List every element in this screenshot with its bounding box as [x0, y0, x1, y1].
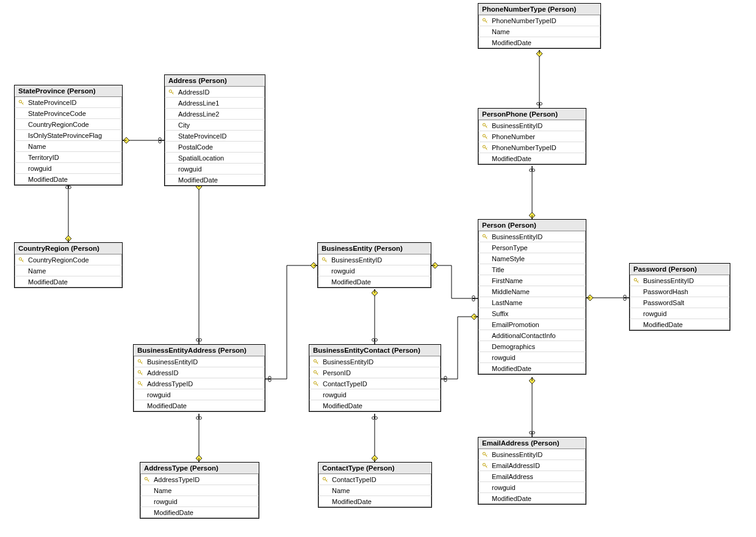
table-column[interactable]: Name	[478, 26, 600, 37]
table-header[interactable]: Person (Person)	[478, 220, 586, 231]
table-header[interactable]: StateProvince (Person)	[15, 85, 122, 97]
table-column[interactable]: rowguid	[15, 163, 122, 174]
table-column[interactable]: TerritoryID	[15, 152, 122, 163]
table-column[interactable]: AddressID	[134, 367, 265, 378]
table-column[interactable]: PhoneNumberTypeID	[478, 15, 600, 26]
table-column[interactable]: rowguid	[140, 496, 259, 507]
table-column[interactable]: IsOnlyStateProvinceFlag	[15, 130, 122, 141]
table-column[interactable]: rowguid	[165, 164, 265, 175]
table-column[interactable]: rowguid	[309, 389, 441, 400]
table-column[interactable]: PhoneNumber	[478, 131, 586, 142]
table-column[interactable]: ModifiedDate	[630, 319, 730, 330]
table-column[interactable]: StateProvinceID	[165, 131, 265, 142]
table-column[interactable]: Name	[319, 485, 431, 496]
table-header[interactable]: Address (Person)	[165, 75, 265, 87]
table-column[interactable]: Name	[140, 485, 259, 496]
table-column[interactable]: PhoneNumberTypeID	[478, 142, 586, 153]
table-header[interactable]: CountryRegion (Person)	[15, 243, 122, 254]
table-column[interactable]: ModifiedDate	[309, 400, 441, 411]
table-column[interactable]: ModifiedDate	[318, 276, 431, 287]
relationship-line[interactable]	[372, 414, 378, 462]
table-addresstype[interactable]: AddressType (Person)AddressTypeIDNamerow…	[140, 462, 259, 519]
table-column[interactable]: ContactTypeID	[319, 474, 431, 485]
table-header[interactable]: AddressType (Person)	[140, 463, 259, 474]
table-column[interactable]: Demographics	[478, 341, 586, 352]
table-column[interactable]: AddressTypeID	[140, 474, 259, 485]
table-column[interactable]: ModifiedDate	[15, 174, 122, 185]
table-header[interactable]: EmailAddress (Person)	[478, 438, 586, 449]
table-person[interactable]: Person (Person)BusinessEntityIDPersonTyp…	[478, 219, 586, 375]
relationship-line[interactable]	[441, 314, 478, 381]
table-column[interactable]: ModifiedDate	[134, 400, 265, 411]
table-column[interactable]: BusinessEntityID	[318, 254, 431, 265]
table-column[interactable]: BusinessEntityID	[309, 356, 441, 367]
table-column[interactable]: AddressID	[165, 87, 265, 98]
table-column[interactable]: ModifiedDate	[478, 37, 600, 48]
table-column[interactable]: BusinessEntityID	[478, 449, 586, 460]
relationship-line[interactable]	[372, 289, 378, 344]
table-column[interactable]: City	[165, 120, 265, 131]
table-header[interactable]: BusinessEntity (Person)	[318, 243, 431, 254]
table-column[interactable]: ModifiedDate	[478, 363, 586, 374]
table-column[interactable]: BusinessEntityID	[478, 120, 586, 131]
table-column[interactable]: ModifiedDate	[319, 496, 431, 507]
relationship-line[interactable]	[529, 377, 535, 437]
table-column[interactable]: Title	[478, 264, 586, 275]
table-column[interactable]: ModifiedDate	[15, 276, 122, 287]
table-column[interactable]: BusinessEntityID	[478, 231, 586, 242]
table-header[interactable]: PersonPhone (Person)	[478, 109, 586, 120]
table-header[interactable]: ContactType (Person)	[319, 463, 431, 474]
relationship-line[interactable]	[196, 414, 202, 462]
table-column[interactable]: AdditionalContactInfo	[478, 330, 586, 341]
table-header[interactable]: PhoneNumberType (Person)	[478, 4, 600, 15]
table-column[interactable]: PersonID	[309, 367, 441, 378]
table-column[interactable]: ContactTypeID	[309, 378, 441, 389]
table-column[interactable]: BusinessEntityID	[630, 275, 730, 286]
table-column[interactable]: SpatialLocation	[165, 153, 265, 164]
table-column[interactable]: rowguid	[478, 352, 586, 363]
table-column[interactable]: EmailAddress	[478, 471, 586, 482]
table-column[interactable]: EmailPromotion	[478, 319, 586, 330]
table-contacttype[interactable]: ContactType (Person)ContactTypeIDNameMod…	[318, 462, 432, 508]
table-column[interactable]: MiddleName	[478, 286, 586, 297]
table-column[interactable]: rowguid	[478, 482, 586, 493]
table-businessentity[interactable]: BusinessEntity (Person)BusinessEntityIDr…	[317, 242, 431, 288]
relationship-line[interactable]	[586, 295, 629, 301]
table-column[interactable]: PasswordSalt	[630, 297, 730, 308]
table-header[interactable]: BusinessEntityAddress (Person)	[134, 345, 265, 356]
table-column[interactable]: rowguid	[630, 308, 730, 319]
table-column[interactable]: FirstName	[478, 275, 586, 286]
table-countryregion[interactable]: CountryRegion (Person)CountryRegionCodeN…	[14, 242, 123, 288]
table-column[interactable]: StateProvinceCode	[15, 108, 122, 119]
table-column[interactable]: Name	[15, 141, 122, 152]
table-column[interactable]: NameStyle	[478, 253, 586, 264]
table-column[interactable]: rowguid	[134, 389, 265, 400]
table-column[interactable]: AddressLine1	[165, 98, 265, 109]
relationship-line[interactable]	[123, 137, 164, 143]
table-column[interactable]: AddressTypeID	[134, 378, 265, 389]
table-header[interactable]: Password (Person)	[630, 264, 730, 275]
table-personphone[interactable]: PersonPhone (Person)BusinessEntityIDPhon…	[478, 108, 586, 165]
table-column[interactable]: ModifiedDate	[478, 153, 586, 164]
table-businessentityaddress[interactable]: BusinessEntityAddress (Person)BusinessEn…	[133, 344, 265, 412]
table-emailaddress[interactable]: EmailAddress (Person)BusinessEntityIDEma…	[478, 437, 586, 505]
table-header[interactable]: BusinessEntityContact (Person)	[309, 345, 441, 356]
relationship-line[interactable]	[536, 50, 542, 108]
table-column[interactable]: LastName	[478, 297, 586, 308]
table-column[interactable]: ModifiedDate	[478, 493, 586, 504]
relationship-line[interactable]	[529, 166, 535, 219]
table-column[interactable]: PostalCode	[165, 142, 265, 153]
table-column[interactable]: PersonType	[478, 242, 586, 253]
table-column[interactable]: BusinessEntityID	[134, 356, 265, 367]
table-column[interactable]: StateProvinceID	[15, 97, 122, 108]
table-column[interactable]: Name	[15, 265, 122, 276]
table-column[interactable]: CountryRegionCode	[15, 119, 122, 130]
table-column[interactable]: CountryRegionCode	[15, 254, 122, 265]
table-column[interactable]: EmailAddressID	[478, 460, 586, 471]
table-businessentitycontact[interactable]: BusinessEntityContact (Person)BusinessEn…	[309, 344, 441, 412]
relationship-line[interactable]	[196, 183, 202, 344]
table-column[interactable]: ModifiedDate	[140, 507, 259, 518]
table-stateprovince[interactable]: StateProvince (Person)StateProvinceIDSta…	[14, 85, 123, 186]
table-column[interactable]: Suffix	[478, 308, 586, 319]
table-password[interactable]: Password (Person)BusinessEntityIDPasswor…	[629, 263, 730, 331]
